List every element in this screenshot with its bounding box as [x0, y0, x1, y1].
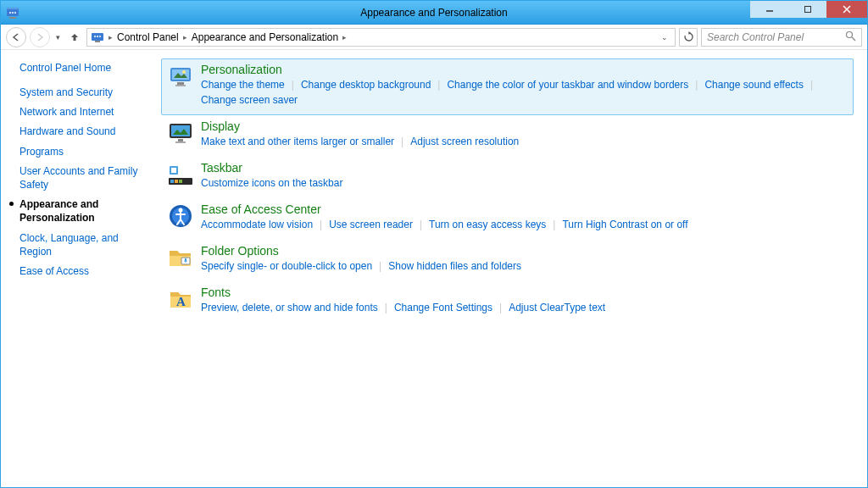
personalization-icon — [167, 63, 194, 90]
svg-rect-30 — [171, 168, 176, 173]
category-row: Ease of Access CenterAccommodate low vis… — [161, 198, 854, 240]
chevron-right-icon[interactable]: ▸ — [181, 33, 190, 42]
category-row: AFontsPreview, delete, or show and hide … — [161, 281, 854, 323]
svg-rect-23 — [178, 139, 183, 141]
svg-rect-26 — [170, 180, 174, 183]
category-title[interactable]: Taskbar — [201, 161, 242, 175]
breadcrumb-dropdown[interactable]: ⌄ — [658, 33, 671, 42]
control-panel-small-icon — [91, 30, 104, 44]
maximize-button[interactable] — [788, 1, 826, 18]
svg-rect-20 — [175, 85, 186, 86]
category-link[interactable]: Customize icons on the taskbar — [201, 175, 342, 191]
taskbar-icon — [167, 161, 194, 188]
chevron-right-icon[interactable]: ▸ — [106, 33, 115, 42]
sidebar-item[interactable]: Appearance and Personalization — [19, 197, 151, 225]
sidebar-item[interactable]: Hardware and Sound — [19, 125, 151, 138]
sidebar-item[interactable]: System and Security — [19, 86, 151, 99]
category-link[interactable]: Change screen saver — [201, 92, 298, 108]
link-separator: | — [804, 77, 820, 92]
sidebar-item[interactable]: Programs — [19, 145, 151, 158]
category-row: PersonalizationChange the theme|Change d… — [161, 58, 854, 115]
category-link[interactable]: Show hidden files and folders — [388, 258, 521, 274]
category-body: FontsPreview, delete, or show and hide f… — [201, 286, 848, 315]
category-link[interactable]: Adjust ClearType text — [509, 300, 605, 315]
category-link[interactable]: Turn High Contrast on or off — [562, 217, 687, 232]
search-input[interactable]: Search Control Panel — [701, 28, 862, 47]
category-link[interactable]: Change sound effects — [704, 77, 804, 92]
svg-point-3 — [9, 12, 11, 14]
back-button[interactable] — [6, 27, 26, 47]
svg-point-13 — [99, 36, 101, 37]
link-separator: | — [688, 77, 704, 92]
category-row: TaskbarCustomize icons on the taskbar — [161, 157, 854, 198]
breadcrumb-item[interactable]: Control Panel — [117, 31, 179, 43]
sidebar-item[interactable]: User Accounts and Family Safety — [19, 164, 151, 191]
category-title[interactable]: Personalization — [201, 63, 282, 76]
category-link[interactable]: Change the theme — [201, 77, 285, 92]
category-link[interactable]: Make text and other items larger or smal… — [201, 134, 394, 149]
category-link[interactable]: Accommodate low vision — [201, 217, 313, 232]
svg-rect-2 — [9, 17, 16, 19]
svg-point-4 — [12, 12, 14, 14]
window-title: Appearance and Personalization — [1, 7, 867, 19]
close-button[interactable] — [826, 1, 867, 18]
main-panel: PersonalizationChange the theme|Change d… — [158, 50, 867, 487]
folder-options-icon — [167, 244, 194, 271]
svg-point-14 — [847, 31, 853, 37]
category-row: DisplayMake text and other items larger … — [161, 115, 854, 157]
category-link[interactable]: Specify single- or double-click to open — [201, 258, 372, 274]
link-separator: | — [431, 77, 447, 92]
category-title[interactable]: Ease of Access Center — [201, 202, 321, 216]
forward-button[interactable] — [30, 27, 50, 47]
up-button[interactable] — [66, 29, 83, 46]
category-title[interactable]: Display — [201, 119, 240, 133]
content-area: Control Panel Home System and SecurityNe… — [1, 50, 867, 487]
minimize-button[interactable] — [750, 1, 788, 18]
search-icon — [845, 30, 856, 44]
category-row: Folder OptionsSpecify single- or double-… — [161, 240, 854, 281]
category-link[interactable]: Change Font Settings — [394, 300, 492, 315]
svg-point-18 — [182, 70, 186, 74]
sidebar: Control Panel Home System and SecurityNe… — [1, 50, 158, 487]
category-body: DisplayMake text and other items larger … — [201, 119, 848, 149]
svg-point-33 — [179, 208, 183, 213]
sidebar-item[interactable]: Network and Internet — [19, 105, 151, 119]
svg-rect-36 — [185, 258, 186, 260]
category-link[interactable]: Change the color of your taskbar and win… — [447, 77, 688, 92]
link-separator: | — [378, 300, 394, 315]
ease-of-access-icon — [167, 202, 194, 230]
titlebar: Appearance and Personalization — [1, 1, 867, 25]
category-body: Folder OptionsSpecify single- or double-… — [201, 244, 848, 274]
breadcrumb-bar[interactable]: ▸ Control Panel ▸ Appearance and Persona… — [86, 28, 676, 47]
category-link[interactable]: Turn on easy access keys — [429, 217, 546, 232]
breadcrumb-item[interactable]: Appearance and Personalization — [192, 31, 338, 43]
sidebar-item[interactable]: Clock, Language, and Region — [19, 231, 151, 258]
category-links: Customize icons on the taskbar — [201, 175, 848, 191]
category-title[interactable]: Fonts — [201, 286, 231, 299]
category-links: Change the theme|Change desktop backgrou… — [201, 77, 848, 108]
link-separator: | — [546, 217, 562, 232]
category-body: TaskbarCustomize icons on the taskbar — [201, 161, 848, 191]
category-link[interactable]: Use screen reader — [329, 217, 413, 232]
category-link[interactable]: Adjust screen resolution — [410, 134, 519, 149]
category-title[interactable]: Folder Options — [201, 244, 279, 258]
category-links: Preview, delete, or show and hide fonts|… — [201, 300, 848, 315]
category-link[interactable]: Preview, delete, or show and hide fonts — [201, 300, 378, 315]
svg-point-11 — [94, 36, 96, 37]
link-separator: | — [372, 258, 388, 274]
category-body: PersonalizationChange the theme|Change d… — [201, 63, 848, 108]
svg-rect-22 — [171, 125, 190, 136]
chevron-right-icon[interactable]: ▸ — [340, 33, 349, 42]
svg-rect-24 — [175, 141, 186, 143]
svg-point-5 — [14, 12, 16, 14]
svg-text:A: A — [176, 295, 186, 308]
history-dropdown[interactable]: ▾ — [53, 33, 63, 42]
category-links: Specify single- or double-click to open|… — [201, 258, 848, 274]
control-panel-home-link[interactable]: Control Panel Home — [19, 62, 151, 74]
category-link[interactable]: Change desktop background — [301, 77, 431, 92]
svg-point-12 — [97, 36, 98, 37]
refresh-button[interactable] — [679, 28, 698, 47]
sidebar-item[interactable]: Ease of Access — [19, 264, 151, 278]
display-icon — [167, 119, 194, 147]
window-controls — [750, 1, 867, 18]
